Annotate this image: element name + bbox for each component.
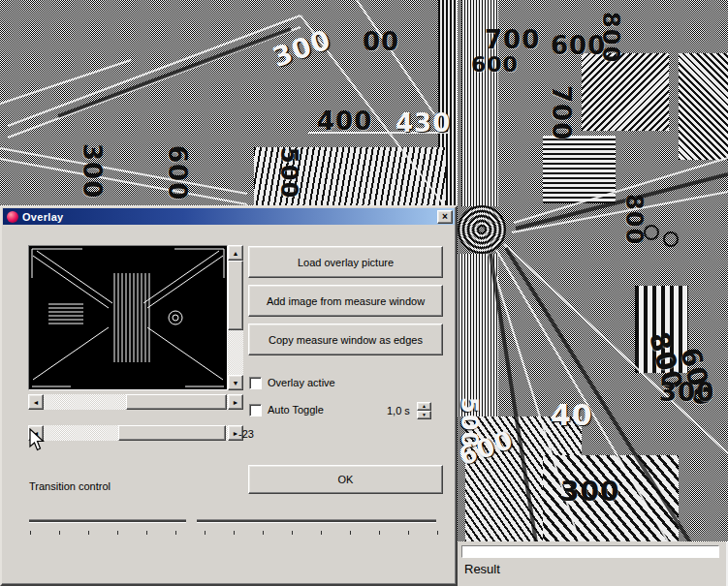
result-field[interactable] — [461, 545, 719, 558]
scroll-left-icon: ◄ — [33, 399, 40, 406]
chart-number: 600 — [471, 54, 519, 76]
transition-slider-thumb[interactable] — [186, 512, 197, 530]
spin-down-icon: ▼ — [422, 412, 427, 418]
transition-control-label: Transition control — [29, 480, 111, 492]
overlay-active-checkbox-row[interactable]: Overlay active — [249, 376, 335, 389]
mouse-cursor — [29, 428, 50, 453]
dialog-title: Overlay — [22, 211, 63, 223]
chart-number: 700 — [549, 85, 574, 140]
preview-horizontal-scrollbar[interactable]: ◄ ► — [28, 394, 243, 410]
chart-number: 700 — [485, 27, 540, 52]
scroll-up-button[interactable]: ▲ — [228, 245, 243, 261]
app-icon — [7, 211, 18, 223]
scrollbar-track[interactable] — [228, 261, 243, 375]
auto-toggle-checkbox[interactable] — [249, 404, 262, 416]
ok-button[interactable]: OK — [248, 465, 443, 494]
scrollbar-thumb[interactable] — [118, 425, 226, 441]
overlay-preview — [28, 245, 228, 390]
overlay-active-label: Overlay active — [268, 377, 335, 388]
auto-toggle-checkbox-row[interactable]: Auto Toggle — [249, 403, 324, 416]
overlay-dialog: Overlay × — [0, 205, 458, 586]
close-icon: × — [442, 211, 448, 222]
chart-number: 600 — [165, 145, 190, 200]
screen: 3000070060080060040043070030060050080080… — [0, 0, 728, 586]
chart-number: 430 — [396, 110, 451, 136]
load-overlay-picture-button[interactable]: Load overlay picture — [248, 246, 443, 278]
scroll-right-button[interactable]: ► — [228, 394, 243, 410]
chart-number: 300 — [560, 478, 619, 506]
spin-up-icon: ▲ — [422, 403, 427, 410]
chart-number: 800 — [599, 12, 622, 63]
scroll-left-button[interactable]: ◄ — [28, 394, 44, 410]
add-image-from-measure-window-button[interactable]: Add image from measure window — [248, 285, 443, 317]
preview-edges-image — [29, 246, 227, 389]
chart-number: 300 — [659, 380, 714, 405]
preview-vertical-scrollbar[interactable]: ▲ ▼ — [228, 245, 243, 390]
result-panel: Result — [458, 541, 728, 586]
auto-toggle-label: Auto Toggle — [268, 404, 324, 416]
offset-value: -23 — [238, 428, 254, 440]
titlebar[interactable]: Overlay × — [3, 208, 455, 225]
offset-scrollbar[interactable]: ◄ ► — [28, 425, 243, 441]
spin-up-button[interactable]: ▲ — [417, 402, 431, 411]
chart-number: 400 — [317, 108, 372, 134]
scroll-right-icon: ► — [233, 399, 239, 406]
slider-tick-marks — [30, 531, 438, 535]
chart-number: 800 — [622, 194, 646, 245]
interval-spinner[interactable]: ▲ ▼ — [417, 402, 431, 419]
toggle-interval-value: 1,0 s — [387, 405, 410, 416]
scrollbar-thumb[interactable] — [126, 394, 227, 410]
result-label: Result — [464, 562, 500, 576]
scrollbar-track[interactable] — [44, 425, 228, 441]
transition-slider-track[interactable] — [29, 519, 436, 523]
copy-measure-window-as-edges-button[interactable]: Copy measure window as edges — [248, 324, 443, 355]
chart-number: 500 — [277, 147, 301, 199]
chart-number: 40 — [551, 401, 593, 430]
scroll-up-icon: ▲ — [233, 250, 239, 257]
scroll-down-icon: ▼ — [233, 380, 239, 386]
scrollbar-thumb[interactable] — [228, 261, 243, 330]
close-button[interactable]: × — [437, 210, 453, 224]
chart-number: 00 — [363, 29, 399, 54]
overlay-active-checkbox[interactable] — [249, 377, 262, 389]
scrollbar-track[interactable] — [44, 394, 228, 410]
chart-number: 300 — [79, 143, 105, 199]
scroll-down-button[interactable]: ▼ — [228, 375, 243, 390]
spin-down-button[interactable]: ▼ — [417, 411, 431, 419]
